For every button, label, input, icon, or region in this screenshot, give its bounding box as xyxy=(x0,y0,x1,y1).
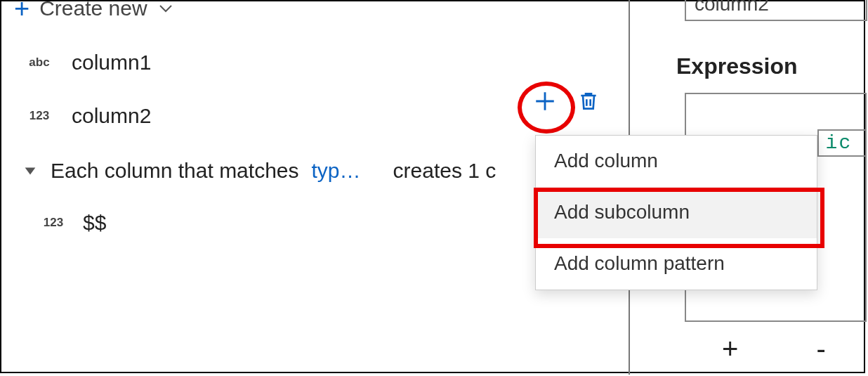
triangle-down-icon xyxy=(22,163,38,179)
menu-add-column[interactable]: Add column xyxy=(536,136,817,187)
minus-button[interactable]: - xyxy=(776,333,867,365)
app-frame: + Create new abc column1 123 column2 xyxy=(0,0,865,373)
expression-fragment: ic xyxy=(817,129,865,157)
column-name: column1 xyxy=(72,51,151,74)
plus-button[interactable]: + xyxy=(685,333,776,365)
plus-icon: + xyxy=(14,0,29,22)
type-123-icon: 123 xyxy=(25,109,53,123)
create-new-row[interactable]: + Create new xyxy=(1,0,629,22)
trash-icon[interactable] xyxy=(576,89,601,114)
add-icon[interactable] xyxy=(532,89,558,114)
column-name-input[interactable]: column2 xyxy=(685,0,867,21)
column-name: column2 xyxy=(72,104,151,128)
chevron-down-icon xyxy=(157,0,174,17)
match-type-link[interactable]: typ… xyxy=(312,159,361,183)
add-menu: Add column Add subcolumn Add column patt… xyxy=(535,135,817,290)
create-new-label: Create new xyxy=(39,0,147,20)
menu-add-column-pattern[interactable]: Add column pattern xyxy=(536,238,817,290)
type-abc-icon: abc xyxy=(25,56,53,70)
match-suffix: creates 1 c xyxy=(393,159,497,183)
expression-label: Expression xyxy=(676,53,798,79)
row-actions xyxy=(532,89,601,114)
column-row[interactable]: abc column1 xyxy=(25,51,629,74)
plus-minus-row: + - xyxy=(685,333,867,365)
subcolumn-name: $$ xyxy=(83,211,106,235)
match-prefix: Each column that matches xyxy=(51,159,299,183)
menu-add-subcolumn[interactable]: Add subcolumn xyxy=(536,187,817,238)
type-123-icon: 123 xyxy=(39,216,67,230)
